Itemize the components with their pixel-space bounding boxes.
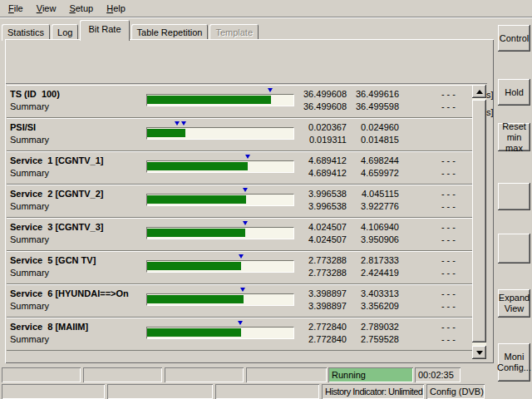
bitrate-bar-trough (146, 127, 294, 140)
value-max: 4.689412 (297, 155, 347, 165)
reset-min-max-button[interactable]: Resetmin max (498, 123, 530, 151)
bitrate-row[interactable]: TS (ID 100)Summary36.49960836.499616- - … (7, 85, 472, 118)
value-absmax: 3.403313 (349, 288, 399, 298)
blank-button[interactable] (498, 183, 530, 210)
absmax-marker-icon (238, 321, 243, 325)
button-label: Hold (505, 87, 524, 98)
elapsed-time: 00:02:35 (415, 367, 461, 382)
bitrate-bar-trough (146, 327, 294, 339)
row-title: Service 5 [GCN TV] (10, 255, 143, 265)
menu-item-help[interactable]: Help (100, 2, 132, 15)
bitrate-row[interactable]: Service 2 [CGNTV_2]Summary3.9965384.0451… (7, 185, 472, 218)
status2-panel-3 (215, 384, 319, 399)
scroll-down-button[interactable] (472, 346, 486, 359)
status-panel-1 (2, 367, 81, 382)
value-limitmax: - - - (406, 322, 456, 332)
value-absmin: 36.499598 (349, 101, 399, 111)
value-absmax: 36.499616 (349, 89, 399, 99)
absmax-marker-icon (239, 254, 244, 259)
value-max: 2.772840 (297, 322, 347, 332)
status2-panel-1 (2, 384, 105, 399)
bitrate-bar-trough (146, 293, 294, 306)
config-indicator: Config (DVB) (426, 384, 485, 399)
bitrate-bar-fill (147, 162, 248, 170)
scrollbar-thumb[interactable] (472, 100, 486, 342)
hold-button[interactable]: Hold (498, 79, 530, 106)
status-panel-4 (246, 367, 327, 382)
menu-bar: FileViewSetupHelp (0, 0, 532, 17)
blank-button[interactable] (498, 234, 530, 264)
bitrate-bar-fill (147, 295, 244, 303)
bitrate-row[interactable]: PSI/SISummary0.0203670.0249600.0193110.0… (7, 118, 472, 151)
row-subtitle: Summary (10, 268, 49, 278)
value-min: 4.024507 (297, 234, 347, 244)
row-title: PSI/SI (10, 122, 143, 132)
bitrate-row[interactable]: Service 5 [GCN TV]Summary2.7732882.81733… (7, 251, 472, 284)
value-min: 0.019311 (297, 135, 347, 145)
bitrate-row[interactable]: Service 6 [HYUNDAI==>OnSummary3.3988973.… (7, 284, 472, 318)
row-subtitle: Summary (10, 201, 49, 211)
scroll-up-button[interactable] (472, 85, 486, 98)
row-subtitle: Summary (10, 101, 49, 111)
bitrate-bar-trough (146, 94, 294, 106)
button-label: Reset (502, 121, 526, 132)
row-title: Service 3 [CGNTV_3] (10, 222, 143, 232)
absmax-marker-icon (175, 121, 180, 126)
running-status-badge: Running (328, 367, 413, 382)
value-min: 4.689412 (297, 168, 347, 178)
value-limitmax: - - - (406, 155, 456, 165)
value-absmax: 2.817333 (349, 255, 399, 265)
value-max: 36.499608 (297, 89, 347, 99)
value-absmin: 3.950906 (349, 234, 399, 244)
value-limitmax: - - - (406, 189, 456, 199)
value-limitmin: - - - (406, 334, 456, 344)
tab-bit-rate[interactable]: Bit Rate (80, 20, 129, 41)
up-arrow-icon (476, 90, 483, 94)
row-subtitle: Summary (10, 135, 49, 145)
tab-statistics[interactable]: Statistics (2, 24, 50, 41)
expand-view-button[interactable]: ExpandView (498, 289, 530, 318)
value-limitmax: - - - (406, 222, 456, 232)
value-max: 0.020367 (297, 122, 347, 132)
bitrate-bar-trough (146, 227, 294, 239)
button-label: Moni (505, 352, 525, 362)
value-limitmin: - - - (406, 268, 456, 278)
menu-item-setup[interactable]: Setup (62, 2, 100, 15)
tab-table-repetition[interactable]: Table Repetition (131, 24, 209, 41)
status-panel-2 (83, 367, 162, 382)
row-title: TS (ID 100) (10, 89, 143, 99)
value-absmax: 4.106940 (349, 222, 399, 232)
row-title: Service 2 [CGNTV_2] (10, 189, 143, 199)
value-absmax: 4.045115 (349, 189, 399, 199)
menu-item-file[interactable]: File (2, 2, 30, 15)
value-absmin: 0.014815 (349, 135, 399, 145)
value-limitmax: - - - (406, 255, 456, 265)
vertical-scrollbar[interactable] (472, 85, 486, 359)
bitrate-row[interactable]: Service 1 [CGNTV_1]Summary4.6894124.6982… (7, 151, 472, 185)
moni-config-button[interactable]: MoniConfig... (498, 343, 530, 382)
row-subtitle: Summary (10, 234, 49, 244)
value-limitmin: - - - (406, 168, 456, 178)
status2-panel-2 (107, 384, 213, 399)
absmax-marker-icon (181, 121, 186, 126)
control-button[interactable]: Control (498, 25, 530, 52)
tab-template[interactable]: Template (209, 24, 259, 41)
value-absmin: 3.356209 (349, 301, 399, 311)
value-absmax: 0.024960 (349, 122, 399, 132)
bitrate-bar-trough (146, 160, 294, 173)
row-title: Service 6 [HYUNDAI==>On (10, 288, 143, 298)
row-subtitle: Summary (10, 168, 49, 178)
value-min: 2.773288 (297, 268, 347, 278)
value-absmin: 2.424419 (349, 268, 399, 278)
status-panel-3 (165, 367, 244, 382)
row-subtitle: Summary (10, 301, 49, 311)
row-title: Service 1 [CGNTV_1] (10, 155, 143, 165)
menu-item-view[interactable]: View (30, 2, 63, 15)
value-max: 2.773288 (297, 255, 347, 265)
absmax-marker-icon (243, 221, 248, 225)
value-min: 3.996538 (297, 201, 347, 211)
bitrate-row[interactable]: Service 8 [MAIIM]Summary2.7728402.789032… (7, 318, 472, 351)
button-label: View (505, 303, 525, 314)
tab-log[interactable]: Log (52, 24, 78, 41)
bitrate-row[interactable]: Service 3 [CGNTV_3]Summary4.0245074.1069… (7, 218, 472, 251)
